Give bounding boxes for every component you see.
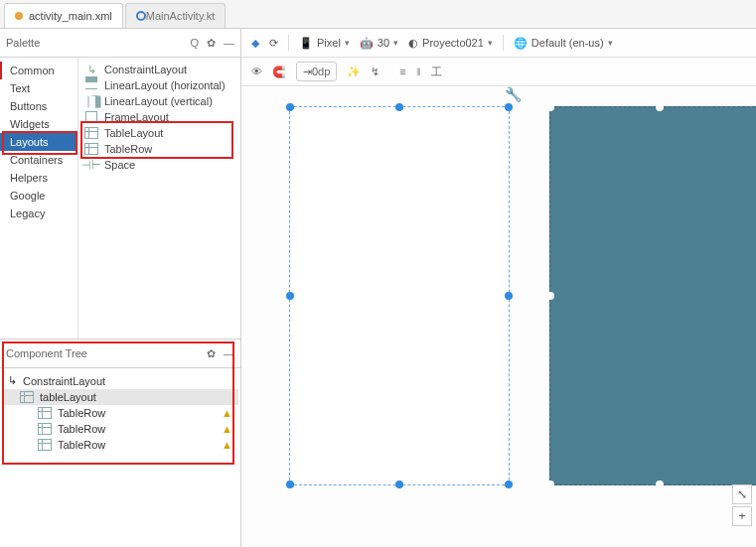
design-editor: ◆ ⟳ 📱 Pixel ▾ 🤖 30 ▾ ◐ Proyecto021 ▾ 🌐 D… [241,29,756,547]
palette-item-space[interactable]: ⊣⊢Space [78,157,240,173]
layout-icon [84,111,98,123]
category-google[interactable]: Google [0,187,77,205]
tree-node-tablelayout[interactable]: tableLayout [2,389,238,405]
chevron-down-icon: ▾ [345,38,350,48]
palette-body: Common Text Buttons Widgets Layouts Cont… [0,58,240,339]
blueprint-view[interactable] [549,106,756,485]
palette-item-framelayout[interactable]: FrameLayout [78,109,240,125]
tab-label: MainActivity.kt [146,10,215,22]
layout-icon [20,391,34,403]
orientation-icon[interactable]: ⟳ [269,37,278,50]
default-margin[interactable]: ⇥ 0dp [296,62,337,81]
resize-handle[interactable] [395,103,403,111]
palette-panel: Palette Q ✿ — Common Text Buttons Widget… [0,29,240,339]
align-icon[interactable]: ≡ [399,66,405,77]
palette-item-tablelayout[interactable]: TableLayout [78,125,240,141]
palette-item-constraintlayout[interactable]: ↳ConstraintLayout [78,62,240,77]
search-icon[interactable]: Q [190,37,199,50]
locale-selector[interactable]: 🌐 Default (en-us) ▾ [514,37,613,50]
tree-node-root[interactable]: ↳ConstraintLayout [2,372,238,389]
component-tree-header: Component Tree ✿ — [0,340,240,368]
zoom-in-button[interactable]: + [732,506,752,526]
warning-icon[interactable]: ▲ [222,423,232,435]
layout-icon [38,423,52,435]
main-area: Palette Q ✿ — Common Text Buttons Widget… [0,29,756,547]
component-tree-body: ↳ConstraintLayout tableLayout TableRow▲ … [0,368,240,457]
separator [288,35,289,51]
design-canvas[interactable]: 🔧 🔧 ⤡ + [241,86,756,547]
infer-constraints-icon[interactable]: ↯ [371,66,379,78]
palette-categories: Common Text Buttons Widgets Layouts Cont… [0,58,78,339]
layout-icon: ⊣⊢ [84,159,98,171]
tree-node-tablerow[interactable]: TableRow▲ [2,405,238,421]
resize-handle[interactable] [546,480,554,488]
resize-handle[interactable] [546,103,554,111]
category-buttons[interactable]: Buttons [0,97,77,115]
view-options-icon[interactable]: 👁 [251,66,262,77]
category-legacy[interactable]: Legacy [0,205,77,222]
palette-item-linearlayout-v[interactable]: LinearLayout (vertical) [78,93,240,109]
xml-file-icon [15,12,23,20]
palette-title: Palette [6,37,40,49]
tab-label: activity_main.xml [29,10,112,22]
layout-icon [84,79,98,91]
resize-handle[interactable] [505,292,513,300]
tab-main-activity[interactable]: MainActivity.kt [125,3,226,28]
resize-handle[interactable] [505,480,513,488]
category-layouts[interactable]: Layouts [0,133,77,151]
separator [503,35,504,51]
clear-constraints-icon[interactable]: ✨ [347,66,361,78]
design-surface-icon[interactable]: ◆ [251,37,259,50]
wrench-icon[interactable]: 🔧 [505,86,522,102]
collapse-icon[interactable]: — [224,347,234,360]
zoom-out-button[interactable]: ⤡ [732,484,752,504]
palette-header: Palette Q ✿ — [0,29,240,58]
layout-icon: ↳ [8,374,17,387]
guidelines-icon[interactable]: 工 [431,65,442,79]
tree-node-tablerow[interactable]: TableRow▲ [2,437,238,453]
component-tree-panel: Component Tree ✿ — ↳ConstraintLayout tab… [0,339,240,547]
chevron-down-icon: ▾ [608,38,613,48]
category-containers[interactable]: Containers [0,151,77,169]
resize-handle[interactable] [656,480,664,488]
layout-icon [84,143,98,155]
api-selector[interactable]: 🤖 30 ▾ [360,37,398,50]
category-common[interactable]: Common [0,62,77,79]
chevron-down-icon: ▾ [393,38,398,48]
autoconnect-icon[interactable]: 🧲 [272,66,286,78]
resize-handle[interactable] [395,480,403,488]
gear-icon[interactable]: ✿ [207,347,216,360]
resize-handle[interactable] [286,292,294,300]
layout-icon [38,407,52,419]
palette-items: ↳ConstraintLayout LinearLayout (horizont… [78,58,240,339]
editor-tabs: activity_main.xml MainActivity.kt [0,0,756,29]
device-selector[interactable]: 📱 Pixel ▾ [299,37,350,50]
warning-icon[interactable]: ▲ [222,407,232,419]
resize-handle[interactable] [546,292,554,300]
component-tree-title: Component Tree [6,347,87,359]
layout-icon [84,95,98,107]
design-view[interactable] [289,106,510,485]
left-panel: Palette Q ✿ — Common Text Buttons Widget… [0,29,241,547]
palette-item-linearlayout-h[interactable]: LinearLayout (horizontal) [78,77,240,93]
layout-icon [84,127,98,139]
warning-icon[interactable]: ▲ [222,439,232,451]
theme-selector[interactable]: ◐ Proyecto021 ▾ [408,37,493,50]
category-widgets[interactable]: Widgets [0,115,77,133]
design-toolbar-top: ◆ ⟳ 📱 Pixel ▾ 🤖 30 ▾ ◐ Proyecto021 ▾ 🌐 D… [241,29,756,58]
collapse-icon[interactable]: — [224,37,234,50]
layout-icon [38,439,52,451]
gear-icon[interactable]: ✿ [207,37,216,50]
resize-handle[interactable] [656,103,664,111]
palette-item-tablerow[interactable]: TableRow [78,141,240,157]
tab-activity-main[interactable]: activity_main.xml [4,3,123,28]
layout-icon: ↳ [84,64,98,75]
resize-handle[interactable] [286,103,294,111]
resize-handle[interactable] [505,103,513,111]
resize-handle[interactable] [286,480,294,488]
category-text[interactable]: Text [0,79,77,97]
category-helpers[interactable]: Helpers [0,169,77,187]
chevron-down-icon: ▾ [488,38,493,48]
pack-icon[interactable]: ⫴ [416,66,421,78]
tree-node-tablerow[interactable]: TableRow▲ [2,421,238,437]
